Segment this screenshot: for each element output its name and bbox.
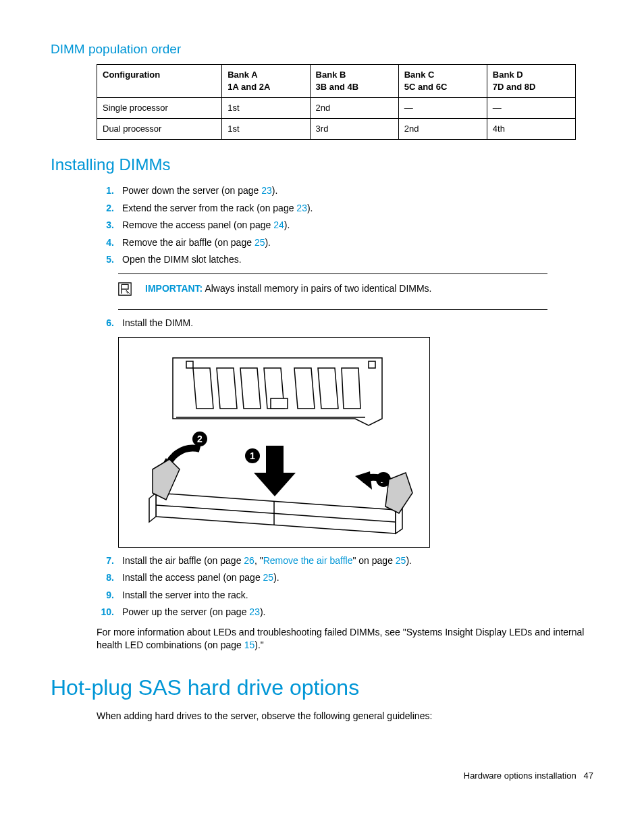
list-item: 1.Power down the server (on page 23).	[97, 184, 593, 198]
install-steps-list-cont2: 7.Install the air baffle (on page 26, "R…	[97, 554, 593, 619]
table-row: Single processor 1st 2nd — —	[97, 97, 576, 118]
page-link[interactable]: 23	[296, 203, 307, 213]
col-bank-d: Bank D7D and 8D	[487, 64, 575, 97]
svg-marker-27	[385, 473, 412, 513]
svg-marker-11	[342, 368, 360, 409]
list-item: 8.Install the access panel (on page 25).	[97, 571, 593, 585]
col-bank-a: Bank A1A and 2A	[222, 64, 310, 97]
list-item: 7.Install the air baffle (on page 26, "R…	[97, 554, 593, 568]
page-link[interactable]: 25	[396, 555, 406, 566]
page-link[interactable]: 25	[263, 572, 274, 583]
important-label: IMPORTANT:	[145, 283, 203, 294]
important-note: IMPORTANT: Always install memory in pair…	[118, 273, 547, 310]
list-item: 3.Remove the access panel (on page 24).	[97, 219, 593, 232]
col-bank-c: Bank C5C and 6C	[398, 64, 487, 97]
dimm-install-figure: 1 2 2	[118, 337, 430, 548]
list-item: 6.Install the DIMM.	[97, 317, 593, 330]
page-link[interactable]: 15	[244, 640, 255, 650]
list-item: 4.Remove the air baffle (on page 25).	[97, 236, 593, 250]
list-item: 5.Open the DIMM slot latches.	[97, 253, 593, 267]
install-steps-list: 1.Power down the server (on page 23). 2.…	[97, 184, 593, 267]
svg-rect-2	[186, 361, 193, 368]
dimm-population-table: Configuration Bank A1A and 2A Bank B3B a…	[97, 64, 576, 140]
post-steps-paragraph: For more information about LEDs and trou…	[97, 626, 593, 652]
page-footer: Hardware options installation 47	[51, 770, 593, 782]
col-config: Configuration	[97, 64, 222, 97]
svg-marker-22	[355, 471, 372, 490]
note-icon	[118, 282, 132, 296]
col-bank-b: Bank B3B and 4B	[310, 64, 398, 97]
table-row: Dual processor 1st 3rd 2nd 4th	[97, 119, 576, 140]
xref-link[interactable]: Remove the air baffle	[263, 555, 353, 566]
svg-marker-6	[240, 368, 261, 409]
page-link[interactable]: 26	[244, 555, 254, 566]
footer-page-number: 47	[584, 771, 593, 781]
list-item: 9.Install the server into the rack.	[97, 589, 593, 602]
install-steps-list-cont1: 6.Install the DIMM.	[97, 317, 593, 330]
hotplug-intro-paragraph: When adding hard drives to the server, o…	[97, 710, 593, 723]
svg-rect-8	[271, 398, 288, 409]
svg-marker-9	[294, 368, 315, 409]
list-item: 10.Power up the server (on page 23).	[97, 606, 593, 619]
page-link[interactable]: 23	[261, 185, 272, 196]
heading-installing-dimms: Installing DIMMs	[51, 153, 593, 176]
svg-marker-5	[217, 368, 237, 409]
page-link[interactable]: 24	[273, 219, 284, 230]
svg-marker-26	[153, 459, 180, 500]
svg-text:1: 1	[250, 450, 255, 461]
svg-marker-4	[193, 368, 213, 409]
svg-marker-14	[254, 473, 296, 496]
svg-rect-13	[266, 446, 284, 473]
footer-section: Hardware options installation	[464, 771, 576, 781]
svg-marker-24	[149, 493, 156, 522]
page-link[interactable]: 23	[249, 606, 260, 617]
svg-marker-10	[318, 368, 338, 409]
heading-hot-plug-sas: Hot-plug SAS hard drive options	[51, 673, 593, 703]
svg-rect-3	[369, 361, 375, 368]
page-link[interactable]: 25	[254, 237, 265, 248]
heading-dimm-population-order: DIMM population order	[51, 41, 593, 59]
svg-text:2: 2	[197, 434, 203, 444]
list-item: 2.Extend the server from the rack (on pa…	[97, 202, 593, 215]
